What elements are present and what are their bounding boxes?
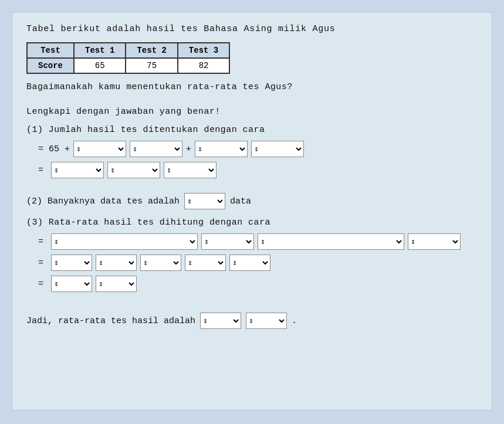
instruction-text: Lengkapi dengan jawaban yang benar! — [26, 107, 478, 117]
section1-dd2[interactable]: ⇕ — [130, 141, 182, 157]
section3-dd8[interactable]: ⇕ — [185, 255, 226, 271]
section3-dd7[interactable]: ⇕ — [140, 255, 181, 271]
row1-prefix: = 65 + — [38, 144, 70, 154]
section3-row3: = ⇕ ⇕ — [38, 276, 478, 292]
jadi-row: Jadi, rata-rata tes hasil adalah ⇕ ⇕ . — [26, 313, 478, 329]
section1-dd1[interactable]: ⇕ — [73, 141, 126, 157]
section2-suffix: data — [230, 196, 251, 206]
section3-dd1[interactable]: ⇕ — [51, 233, 198, 250]
section1-dd3[interactable]: ⇕ — [195, 141, 248, 157]
row2-eq: = — [38, 165, 48, 175]
col-header-test: Test — [27, 43, 74, 58]
question-text: Bagaimanakah kamu menentukan rata-rata t… — [26, 82, 478, 92]
section3-row1: = ⇕ ⇕ ⇕ ⇕ — [38, 233, 478, 250]
section3-dd9[interactable]: ⇕ — [229, 255, 270, 271]
score-label: Score — [27, 58, 74, 73]
section1-dd7[interactable]: ⇕ — [164, 162, 217, 178]
page-title: Tabel berikut adalah hasil tes Bahasa As… — [26, 24, 478, 34]
col-header-test3: Test 3 — [178, 43, 229, 58]
section3-dd6[interactable]: ⇕ — [96, 255, 137, 271]
jadi-dd1[interactable]: ⇕ — [200, 313, 241, 329]
score-test2: 75 — [126, 58, 177, 73]
section1-row2: = ⇕ ⇕ ⇕ — [38, 162, 478, 178]
col-header-test1: Test 1 — [74, 43, 126, 58]
score-test3: 82 — [178, 58, 229, 73]
section3-dd2[interactable]: ⇕ — [201, 233, 254, 250]
page-container: Tabel berikut adalah hasil tes Bahasa As… — [12, 12, 492, 411]
jadi-dd2[interactable]: ⇕ — [246, 313, 287, 329]
score-table: Test Test 1 Test 2 Test 3 Score 65 75 82 — [26, 42, 230, 74]
section1-row1: = 65 + ⇕ ⇕ + ⇕ ⇕ — [38, 141, 478, 157]
section3-dd3[interactable]: ⇕ — [258, 233, 404, 250]
section3-label: (3) Rata-rata hasil tes dihitung dengan … — [26, 218, 478, 228]
s3r1-eq: = — [38, 237, 48, 247]
section2-row: (2) Banyaknya data tes adalah ⇕ data — [26, 193, 478, 209]
section2-dd1[interactable]: ⇕ — [184, 193, 225, 209]
section1-dd4[interactable]: ⇕ — [251, 141, 304, 157]
row1-plus: + — [186, 144, 191, 154]
s3r2-eq: = — [38, 258, 48, 268]
section3-dd5[interactable]: ⇕ — [51, 255, 92, 271]
jadi-prefix: Jadi, rata-rata tes hasil adalah — [26, 316, 195, 326]
section1-dd5[interactable]: ⇕ — [51, 162, 104, 178]
section1-dd6[interactable]: ⇕ — [107, 162, 160, 178]
section3-row2: = ⇕ ⇕ ⇕ ⇕ ⇕ — [38, 255, 478, 271]
col-header-test2: Test 2 — [126, 43, 177, 58]
section3-dd4[interactable]: ⇕ — [408, 233, 461, 250]
s3r3-eq: = — [38, 279, 48, 289]
section1-label: (1) Jumlah hasil tes ditentukan dengan c… — [26, 125, 478, 135]
section3-dd10[interactable]: ⇕ — [51, 276, 92, 292]
jadi-suffix: . — [292, 316, 297, 326]
section2-label: (2) Banyaknya data tes adalah — [26, 196, 180, 206]
section3-dd11[interactable]: ⇕ — [96, 276, 137, 292]
score-test1: 65 — [74, 58, 126, 73]
